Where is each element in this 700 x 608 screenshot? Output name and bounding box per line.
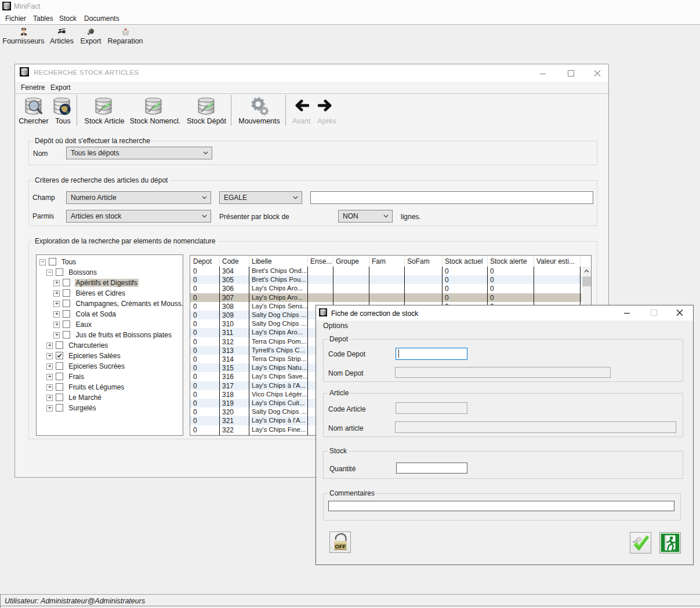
- svg-text:OFF: OFF: [335, 543, 346, 549]
